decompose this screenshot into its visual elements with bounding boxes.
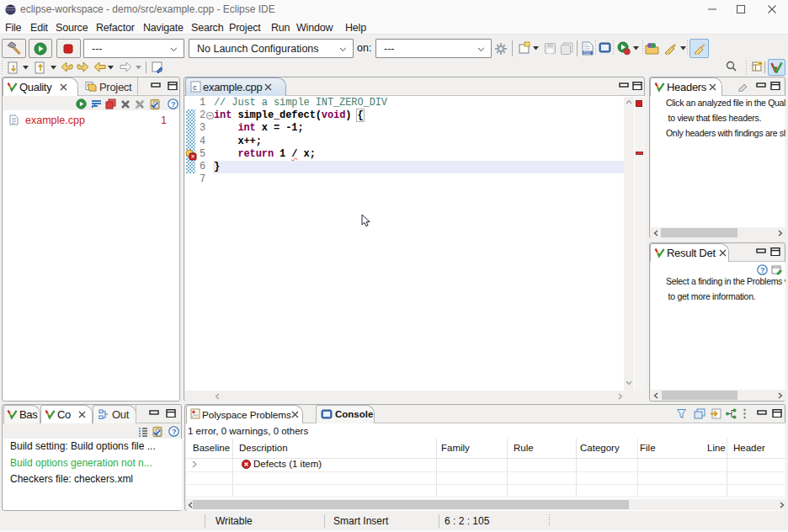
svg-text:c: c (193, 83, 197, 92)
svg-text:010: 010 (583, 51, 591, 56)
svg-text:?: ? (171, 100, 176, 109)
svg-text:?: ? (760, 266, 765, 274)
svg-text:?: ? (172, 428, 177, 436)
